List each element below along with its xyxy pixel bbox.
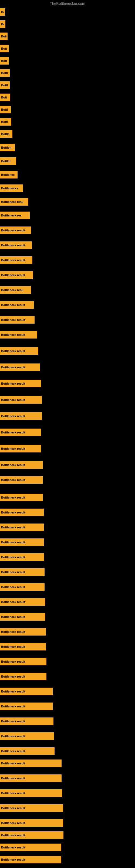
bar-label: Bottleneck result [1, 478, 25, 482]
bar-label: Bottleneck result [1, 431, 25, 434]
bar-item: Bottleneck result [0, 733, 54, 740]
bar-item: Bottleneck result [0, 804, 63, 812]
bar-item: Bottlen [0, 144, 15, 151]
bar-label: Bottleneck result [1, 333, 25, 336]
bar-label: Bott [1, 96, 7, 99]
bar-item: Bottleneck result [0, 643, 46, 650]
bar-label: Bottleneck result [1, 615, 25, 618]
bar-label: Bottleneck result [1, 705, 25, 708]
bar-item: Bottl [0, 69, 10, 77]
bar-item: Bottl [0, 82, 10, 89]
bar-label: Bottleneck resu [1, 288, 24, 291]
bar-label: Bott [1, 35, 6, 38]
bar-label: Bottleneck result [1, 777, 25, 780]
bar-label: Bottleneck result [1, 792, 25, 795]
bar-label: Bottleneck result [1, 318, 25, 321]
bar-item: Bottleneck result [0, 760, 61, 767]
bar-item: Bottleneck result [0, 568, 45, 576]
bar-item: Bo [0, 20, 5, 28]
bar-label: Bottl [1, 108, 8, 111]
bar-item: Bottler [0, 157, 16, 165]
bar-item: Bottleneck result [0, 316, 35, 323]
bar-item: Bottlenec [0, 171, 17, 179]
bar-label: Bottleneck result [1, 660, 25, 663]
bar-label: Bottleneck result [1, 630, 25, 633]
bar-item: Bottleneck result [0, 673, 46, 680]
bar-item: Bottleneck result [0, 241, 32, 249]
bar-item: Bottleneck result [0, 301, 34, 309]
bar-item: Bottleneck result [0, 331, 37, 339]
bar-item: Bottleneck res [0, 212, 30, 219]
bar-label: Bottl [1, 84, 8, 87]
bar-item: Bottleneck result [0, 598, 45, 606]
bar-label: Bottleneck result [1, 511, 25, 514]
bar-label: Bottle [1, 132, 9, 135]
bar-item: Bottl [0, 118, 11, 126]
bar-label: Bottleneck result [1, 834, 25, 837]
bar-label: Bo [1, 10, 4, 13]
bar-label: Bottleneck result [1, 463, 25, 467]
bar-item: Bottleneck result [0, 380, 41, 388]
bar-label: Bottleneck result [1, 735, 25, 738]
bar-label: Bottleneck result [1, 366, 25, 369]
bar-label: Bottleneck result [1, 349, 25, 352]
bar-item: Bott [0, 45, 9, 52]
bar-item: Bottleneck result [0, 774, 61, 782]
bar-item: Bottleneck result [0, 226, 31, 234]
bar-label: Bottleneck result [1, 526, 25, 529]
bar-item: Bottleneck result [0, 831, 63, 839]
bar-label: Bottleneck result [1, 556, 25, 559]
bar-item: Bottleneck resu [0, 198, 28, 206]
bar-label: Bottleneck result [1, 398, 25, 401]
bar-item: Bottleneck result [0, 524, 44, 531]
bar-item: Bottleneck result [0, 412, 42, 420]
bar-item: Bottleneck result [0, 717, 53, 725]
bar-item: Bott [0, 94, 10, 101]
bar-item: Bottleneck result [0, 747, 54, 755]
bar-label: Bottl [1, 120, 8, 123]
bar-item: Bottleneck result [0, 583, 45, 591]
bar-item: Bottleneck result [0, 856, 61, 863]
bar-label: Bottleneck result [1, 806, 25, 810]
bar-label: Bottleneck result [1, 258, 25, 262]
bar-label: Bottlen [1, 146, 11, 149]
bar-label: Bottleneck result [1, 690, 25, 693]
bar-item: Bottleneck result [0, 494, 43, 501]
bar-item: Bottleneck result [0, 476, 43, 484]
bar-label: Bottleneck result [1, 858, 25, 861]
bar-label: Bottleneck result [1, 822, 25, 825]
bar-label: Bott [1, 47, 7, 50]
bar-label: Bottleneck result [1, 749, 25, 753]
bar-label: Bottleneck result [1, 414, 25, 418]
bar-item: Bott [0, 57, 9, 65]
bar-label: Bottleneck result [1, 540, 25, 544]
bar-item: Bottleneck resu [0, 286, 31, 294]
bar-item: Bottleneck result [0, 396, 42, 404]
bar-label: Bottleneck result [1, 585, 25, 589]
bar-label: Bottleneck result [1, 229, 25, 232]
bar-label: Bottler [1, 159, 10, 163]
bar-item: Bottleneck result [0, 256, 32, 264]
bar-item: Bottleneck result [0, 688, 53, 695]
bar-item: Bottleneck result [0, 628, 46, 636]
bar-label: Bottleneck result [1, 447, 25, 450]
bar-label: Bottleneck result [1, 846, 25, 849]
bar-label: Bottleneck result [1, 720, 25, 723]
bar-item: Bottleneck result [0, 703, 53, 710]
bar-item: Bottleneck result [0, 819, 63, 827]
bar-item: Bottleneck result [0, 429, 41, 436]
bar-label: Bottleneck result [1, 244, 25, 247]
bar-item: Bott [0, 33, 8, 40]
bar-label: Bottleneck result [1, 570, 25, 574]
bar-item: Bottleneck r [0, 184, 23, 192]
bar-item: Bottleneck result [0, 613, 45, 621]
bar-label: Bottleneck result [1, 600, 25, 603]
site-title: TheBottlenecker.com [50, 1, 85, 6]
bar-label: Bott [1, 59, 7, 62]
bar-label: Bo [1, 23, 4, 26]
bar-label: Bottleneck resu [1, 200, 24, 204]
bar-item: Bottleneck result [0, 658, 46, 665]
bar-label: Bottleneck result [1, 645, 25, 648]
bar-item: Bottleneck result [0, 844, 61, 851]
bar-item: Bottleneck result [0, 271, 33, 279]
